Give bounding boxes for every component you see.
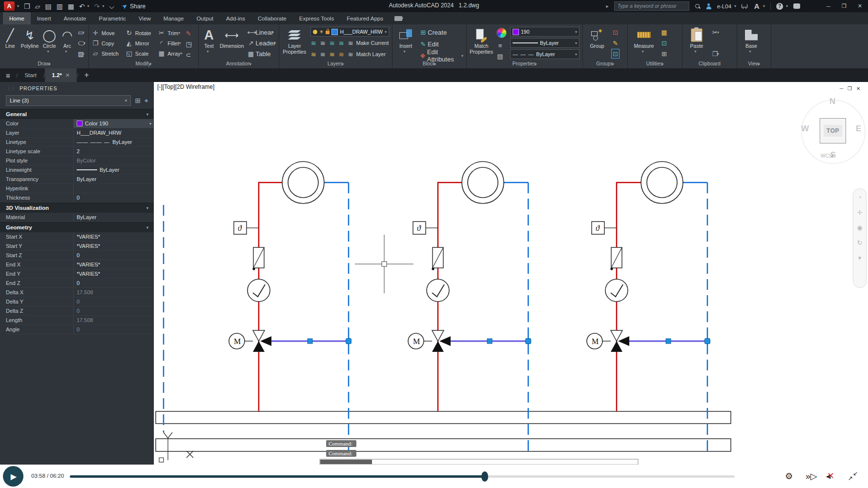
cut-button[interactable]: ✂▾: [711, 28, 719, 37]
video-progress-track[interactable]: [70, 475, 735, 478]
valve-bottom-triangle[interactable]: [611, 341, 622, 352]
ribbon-display-dropdown[interactable]: ▾: [394, 12, 403, 24]
text-button[interactable]: A Text▾: [202, 27, 216, 55]
selection-type-dropdown[interactable]: Line (3)▾: [6, 95, 131, 106]
utilities-panel-label[interactable]: Utilities ▾: [628, 60, 682, 68]
search-expand-icon[interactable]: ▸: [606, 3, 609, 9]
dimension-button[interactable]: ⟷ Dimension: [220, 27, 244, 49]
file-tabs-menu-icon[interactable]: ≡: [0, 68, 16, 82]
section-collapse-icon[interactable]: ▾: [146, 225, 148, 230]
cart-icon[interactable]: [742, 3, 748, 9]
plot-icon[interactable]: ▦: [68, 3, 74, 10]
block-edit-button[interactable]: ✎Edit: [419, 40, 463, 48]
minimize-button[interactable]: ─: [824, 3, 833, 9]
new-file-icon[interactable]: ❒: [24, 3, 30, 10]
select-similar-button[interactable]: ⊡: [661, 39, 668, 47]
property-value[interactable]: 17.508: [73, 288, 153, 297]
hatch-button[interactable]: ▨▾: [78, 49, 85, 58]
property-value[interactable]: 0: [73, 306, 153, 315]
user-name[interactable]: e-L04: [717, 3, 731, 9]
drawing-svg[interactable]: ϑMϑMϑM Command: Command:: [154, 82, 868, 465]
property-value[interactable]: ByLayer: [73, 165, 153, 174]
offset-button[interactable]: ⊂: [186, 50, 192, 59]
layer-unisolate-icon[interactable]: ≋: [320, 40, 326, 47]
ribbon-tab-express-tools[interactable]: Express Tools: [293, 12, 340, 24]
player-settings-icon[interactable]: ⚙: [785, 471, 793, 482]
base-button[interactable]: Base▾: [740, 27, 763, 55]
properties-panel-label[interactable]: Properties ▾: [467, 60, 582, 68]
make-current-button[interactable]: ≋Make Current: [348, 40, 389, 47]
measure-button[interactable]: Measure▾: [631, 27, 657, 55]
arc-button[interactable]: ◠ Arc▾: [60, 27, 75, 55]
match-properties-button[interactable]: Match Properties: [470, 27, 493, 55]
properties-palette-header[interactable]: ⋮⋮ PROPERTIES: [0, 82, 153, 94]
exit-fullscreen-icon[interactable]: ↙ ↗: [848, 471, 859, 482]
property-value[interactable]: Color 190▾: [73, 119, 153, 128]
toggle-pickadd-icon[interactable]: ⊞: [135, 97, 141, 104]
viewcube-west[interactable]: W: [801, 124, 809, 134]
layer-dropdown-chevron-icon[interactable]: ▾: [385, 30, 387, 34]
layer-isolate-icon[interactable]: ≋: [310, 40, 317, 47]
ribbon-tab-view[interactable]: View: [132, 12, 157, 24]
workspace-icon[interactable]: ⌵: [109, 3, 115, 10]
valve-top-triangle[interactable]: [611, 330, 622, 341]
property-value[interactable]: 0: [73, 193, 153, 202]
return-duct[interactable]: [156, 439, 731, 451]
annotation-panel-label[interactable]: Annotation ▾: [199, 60, 279, 68]
valve-top-triangle[interactable]: [253, 330, 265, 341]
viewcube-north[interactable]: N: [829, 97, 835, 106]
redo-icon[interactable]: ↷: [94, 3, 100, 10]
midpoint-grip[interactable]: [308, 339, 312, 344]
quick-select-button[interactable]: ▦: [661, 28, 668, 37]
new-drawing-tab-button[interactable]: +: [79, 68, 95, 82]
scale-button[interactable]: ◱Scale: [125, 48, 151, 59]
ellipse-button[interactable]: ◯▾: [78, 39, 85, 47]
layer-dropdown[interactable]: ☀ H___DRAW_HRW ▾: [310, 27, 389, 37]
ribbon-tab-annotate[interactable]: Annotate: [57, 12, 92, 24]
navbar-more-icon[interactable]: ▾: [858, 254, 862, 262]
stretch-button[interactable]: ▱Stretch: [92, 48, 119, 59]
array-button[interactable]: ▦Array ▾: [158, 48, 182, 59]
command-text-2[interactable]: Command:: [329, 450, 352, 456]
autodesk-logo-icon[interactable]: A: [753, 1, 760, 11]
pump-symbol[interactable]: [427, 279, 449, 302]
trim-button[interactable]: ✂Trim ▾: [158, 28, 182, 38]
move-button[interactable]: ✛Move: [92, 28, 119, 38]
app-menu-chevron-icon[interactable]: ▾: [17, 4, 19, 8]
select-objects-icon[interactable]: ⌖: [145, 97, 148, 105]
close-button[interactable]: ✕: [855, 3, 865, 9]
section-collapse-icon[interactable]: ▾: [146, 206, 148, 210]
property-value[interactable]: ByLayer: [73, 213, 153, 222]
midpoint-grip[interactable]: [666, 339, 671, 344]
fillet-button[interactable]: ◜Fillet ▾: [158, 38, 182, 48]
rotate-button[interactable]: ↻Rotate: [125, 28, 151, 38]
ungroup-button[interactable]: ⊡: [612, 28, 619, 37]
lineweight-dropdown[interactable]: ByLayer▾: [510, 38, 579, 48]
user-chevron-icon[interactable]: ▾: [734, 4, 736, 8]
table-button[interactable]: ▦Table: [248, 49, 276, 58]
property-value[interactable]: ByLayer: [73, 175, 153, 183]
value-dropdown-icon[interactable]: ▾: [149, 122, 151, 126]
viewcube[interactable]: N W E S TOP WCS▾: [797, 91, 868, 174]
ribbon-tab-collaborate[interactable]: Collaborate: [251, 12, 293, 24]
property-value[interactable]: *VARIES*: [73, 260, 153, 269]
ribbon-tab-parametric[interactable]: Parametric: [93, 12, 133, 24]
ribbon-tab-home[interactable]: Home: [3, 12, 31, 24]
property-value[interactable]: 17.508: [73, 316, 153, 325]
circle-button[interactable]: ◯ Circle▾: [42, 27, 57, 55]
layer-off-icon[interactable]: ≋: [310, 51, 317, 58]
pump-symbol[interactable]: [248, 279, 270, 302]
redo-chevron-icon[interactable]: ▾: [103, 4, 104, 8]
edit-attributes-button[interactable]: ❖Edit Attributes ▾: [419, 51, 463, 60]
paste-button[interactable]: Paste▾: [685, 27, 708, 55]
open-folder-icon[interactable]: ▱: [35, 3, 41, 10]
property-value[interactable]: 2: [73, 147, 153, 156]
group-edit-button[interactable]: ✎: [612, 39, 619, 47]
playback-speed-icon[interactable]: »▷: [806, 471, 817, 482]
ribbon-tab-insert[interactable]: Insert: [31, 12, 58, 24]
help-icon[interactable]: ?: [776, 3, 783, 10]
valve-bottom-triangle[interactable]: [432, 341, 444, 352]
layer-thaw2-icon[interactable]: ≋: [329, 51, 335, 58]
section-header-geometry[interactable]: Geometry▾: [0, 222, 153, 232]
property-value[interactable]: ByColor: [73, 156, 153, 165]
